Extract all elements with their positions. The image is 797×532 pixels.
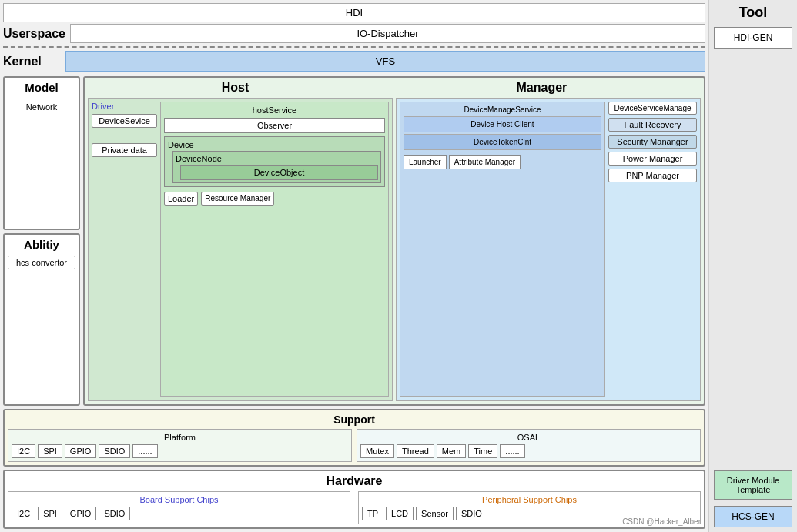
device-object-box: DeviceObject [180,165,378,180]
driver-module-button[interactable]: Driver Module Template [714,470,792,500]
observer-box: Observer [164,118,385,133]
device-object-label: DeviceObject [254,168,304,177]
private-data-box: Private data [92,143,157,157]
periph-tp: TP [362,507,383,520]
osal-mem: Mem [437,444,466,458]
peripheral-support-label: Peripheral Support Chips [362,495,697,504]
model-box: Model Network [3,76,80,230]
board-gpio: GPIO [65,507,97,520]
platform-box: Platform I2C SPI GPIO SDIO ...... [8,429,352,462]
io-dispatcher-label: IO-Dispatcher [357,28,418,39]
hdi-gen-button[interactable]: HDI-GEN [714,27,792,49]
device-label: Device [168,140,194,149]
osal-label: OSAL [360,433,697,442]
left-panel: HDI Userspace IO-Dispatcher Kernel VFS M… [0,0,708,532]
platform-sdio: SDIO [99,444,130,458]
osal-time: Time [468,444,497,458]
power-manager-box: Power Manager [608,152,697,166]
right-sidebar: Tool HDI-GEN Driver Module Template HCS-… [708,0,797,532]
fault-recovery-box: Fault Recovery [608,118,697,132]
resource-manager-box: Resource Manager [201,192,274,206]
host-section: Driver DeviceSevice Private data hostSer… [88,98,393,401]
device-manage-service-label: DeviceManageService [404,105,601,114]
device-service-manage-box: DeviceServiceManage [608,102,697,115]
ablitiy-title: Ablitiy [8,238,75,251]
driver-label: Driver [92,102,157,111]
kernel-label: Kernel [3,55,61,69]
board-i2c: I2C [12,507,35,520]
loader-resource-row: Loader Resource Manager [164,192,385,206]
periph-sensor: Sensor [416,507,454,520]
manager-title: Manager [517,81,568,95]
security-manager-box: Security Mananger [608,135,697,149]
host-service-label: hostService [164,105,385,115]
host-title: Host [222,81,249,95]
host-manager-content: Driver DeviceSevice Private data hostSer… [88,98,701,401]
main-container: HDI Userspace IO-Dispatcher Kernel VFS M… [0,0,797,532]
hardware-section: Hardware Board Support Chips I2C SPI GPI… [3,470,705,529]
io-dispatcher-bar: IO-Dispatcher [70,24,705,43]
device-token-box: DeviceTokenClnt [404,134,601,150]
platform-i2c: I2C [12,444,35,458]
watermark: CSDN @Hacker_Alber [622,517,701,526]
model-title: Model [8,81,75,94]
ablitiy-box: Ablitiy hcs convertor [3,233,80,406]
hdi-label: HDI [346,7,363,18]
vfs-label: VFS [376,55,395,67]
loader-box: Loader [164,192,198,206]
platform-items-row: I2C SPI GPIO SDIO ...... [12,444,348,458]
board-support-box: Board Support Chips I2C SPI GPIO SDIO [8,491,350,524]
board-spi: SPI [38,507,62,520]
support-title: Support [8,413,701,426]
host-left-items: Driver DeviceSevice Private data [92,102,157,397]
hcs-gen-button[interactable]: HCS-GEN [714,506,792,527]
network-button[interactable]: Network [8,99,75,115]
left-column: Model Network Ablitiy hcs convertor [3,76,80,406]
platform-spi: SPI [38,444,62,458]
osal-items-row: Mutex Thread Mem Time ...... [360,444,697,458]
vfs-bar: VFS [65,51,705,72]
userspace-label: Userspace [3,27,65,41]
hardware-title: Hardware [8,474,701,488]
hardware-content: Board Support Chips I2C SPI GPIO SDIO Pe… [8,491,701,524]
launcher-attr-row: Launcher Attribute Manager [404,155,601,169]
tool-title: Tool [739,5,768,21]
host-manager-title-row: Host Manager [88,81,701,95]
support-content: Platform I2C SPI GPIO SDIO ...... OSAL M… [8,429,701,462]
userspace-row: Userspace IO-Dispatcher [3,24,705,43]
device-node-label: DeviceNode [176,154,222,163]
hdi-bar: HDI [3,3,705,22]
device-manage-service-col: DeviceManageService Device Host Client D… [400,102,605,397]
platform-more: ...... [132,444,157,458]
dashed-divider [3,46,705,48]
attribute-manager-box: Attribute Manager [449,155,521,169]
osal-mutex: Mutex [360,444,394,458]
board-sdio: SDIO [99,507,130,520]
middle-row: Model Network Ablitiy hcs convertor Host… [3,76,705,406]
osal-more: ...... [500,444,524,458]
osal-thread: Thread [397,444,434,458]
host-inner: Driver DeviceSevice Private data hostSer… [92,102,389,397]
kernel-row: Kernel VFS [3,51,705,72]
periph-lcd: LCD [386,507,414,520]
osal-box: OSAL Mutex Thread Mem Time ...... [357,429,701,462]
device-box: Device DeviceNode DeviceObject [164,136,385,187]
pnp-manager-box: PNP Manager [608,169,697,182]
device-node-box: DeviceNode DeviceObject [172,151,381,183]
launcher-box: Launcher [404,155,447,169]
manager-right-col: DeviceServiceManage Fault Recovery Secur… [608,102,697,397]
device-host-client-box: Device Host Client [404,116,601,132]
platform-label: Platform [12,433,348,442]
board-support-label: Board Support Chips [12,495,347,504]
board-items-row: I2C SPI GPIO SDIO [12,507,347,520]
platform-gpio: GPIO [65,444,97,458]
hcs-convertor-box[interactable]: hcs convertor [8,256,75,269]
device-service-box: DeviceSevice [92,114,157,128]
periph-sdio: SDIO [456,507,487,520]
host-service-area: hostService Observer Device DeviceNode D… [160,102,389,397]
support-section: Support Platform I2C SPI GPIO SDIO .....… [3,409,705,467]
host-manager-box: Host Manager Driver DeviceSevice Private… [83,76,705,406]
manager-section: DeviceManageService Device Host Client D… [396,98,701,401]
